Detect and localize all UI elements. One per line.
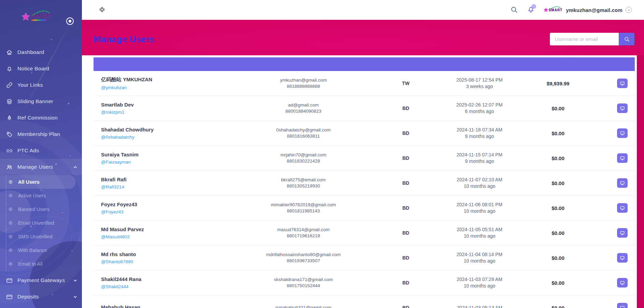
user-email: ymkuzhan@gmail.com bbox=[252, 77, 355, 83]
account-menu[interactable]: ymkuzhan@gmail.com bbox=[566, 7, 632, 13]
sidebar-item-active-users[interactable]: Active Users bbox=[0, 189, 82, 202]
sidebar-item-label: With Balance bbox=[18, 248, 47, 253]
joined-ago: 10 months ago bbox=[457, 283, 502, 289]
sidebar-item-with-balance[interactable]: With Balance bbox=[0, 243, 82, 257]
topbar-search-button[interactable] bbox=[510, 6, 518, 14]
sidebar-item-your-links[interactable]: Your Links bbox=[0, 77, 82, 93]
user-detail-button[interactable] bbox=[617, 278, 628, 288]
user-email: mrjahin70@gmail.com bbox=[252, 152, 355, 158]
sidebar-item-notice-board[interactable]: Notice Board bbox=[0, 60, 82, 77]
user-handle-link[interactable]: @Faizaayman bbox=[101, 159, 131, 165]
table-row: Shakil2444 Rana @Shakil2444 skshakilrana… bbox=[94, 270, 635, 295]
user-handle-link[interactable]: @Masud4602 bbox=[101, 234, 130, 239]
user-balance: $0.00 bbox=[502, 180, 614, 186]
user-name: Smartlab Dev bbox=[101, 102, 252, 108]
user-name: Md Masud Parvez bbox=[101, 226, 252, 232]
sidebar-item-membership-plan[interactable]: Membership Plan bbox=[0, 126, 82, 142]
user-search-button[interactable] bbox=[619, 33, 634, 45]
chevron-up-icon bbox=[73, 165, 77, 169]
user-name: 亿码酷站 YMKUHZAN bbox=[101, 76, 252, 83]
email-phone-cell: skshakilrana171@gmail.com 8801750152444 bbox=[252, 277, 355, 289]
user-balance: $0.00 bbox=[502, 106, 614, 111]
sidebar-item-deposits[interactable]: Deposits bbox=[0, 289, 82, 305]
user-handle-link[interactable]: @ymkuhzan bbox=[101, 85, 127, 90]
sidebar-item-ptc-ads[interactable]: PTC Ads bbox=[0, 142, 82, 159]
scrollbar-track[interactable] bbox=[637, 55, 644, 308]
brand-logo: ★ SMART bbox=[21, 12, 52, 22]
joined-ago: 10 months ago bbox=[457, 233, 502, 239]
swoosh-icon bbox=[32, 11, 51, 16]
email-phone-cell: mrjahin70@gmail.com 8801830221428 bbox=[252, 152, 355, 164]
sidebar-item-label: SMS Unverified bbox=[18, 234, 53, 239]
collapse-sidebar-button[interactable] bbox=[98, 5, 106, 14]
action-cell bbox=[614, 103, 635, 113]
user-detail-button[interactable] bbox=[617, 303, 628, 308]
email-phone-cell: ismahabub321@gamil.com bbox=[252, 305, 355, 308]
action-cell bbox=[614, 178, 635, 188]
sidebar-item-payment-gateways[interactable]: Payment Gateways bbox=[0, 272, 82, 289]
user-balance: $0.00 bbox=[502, 155, 614, 161]
joined-cell: 2024-11-07 02:10 AM 10 months ago bbox=[457, 177, 502, 190]
sidebar-item-label: Banned Users bbox=[18, 207, 49, 212]
sidebar-item-ref-commission[interactable]: Ref Commission bbox=[0, 110, 82, 126]
main-content: 亿码酷站 YMKUHZAN @ymkuhzan ymkuzhan@gmail.c… bbox=[82, 55, 644, 308]
user-detail-button[interactable] bbox=[617, 178, 628, 188]
user-handle-link[interactable]: @Shanto67890 bbox=[101, 259, 133, 264]
user-name: Bkrafi Rafi bbox=[101, 177, 252, 182]
monitor-icon bbox=[620, 81, 625, 86]
tag-icon bbox=[6, 131, 13, 138]
action-cell bbox=[614, 278, 635, 288]
radio-icon bbox=[8, 234, 13, 239]
sidebar-item-label: PTC Ads bbox=[17, 148, 39, 154]
user-name: Mahabub Hasan bbox=[101, 304, 252, 308]
sidebar-item-sliding-banner[interactable]: Sliding Banner bbox=[0, 93, 82, 110]
star-icon: ★ bbox=[543, 7, 549, 13]
table-row: Bkrafi Rafi @Rafi3214 bkrafi275@email.co… bbox=[94, 171, 635, 196]
user-detail-button[interactable] bbox=[617, 153, 628, 163]
sidebar-item-email-to-all[interactable]: Email to All bbox=[0, 257, 82, 271]
joined-ago: 3 weeks ago bbox=[456, 83, 502, 90]
link-icon bbox=[6, 82, 13, 88]
sidebar-item-dashboard[interactable]: Dashboard bbox=[0, 44, 82, 60]
sidebar-nav: Dashboard Notice Board Your Links Slidin… bbox=[0, 44, 82, 305]
sidebar-toggle-button[interactable] bbox=[66, 17, 74, 25]
user-detail-button[interactable] bbox=[617, 103, 628, 113]
user-search-input[interactable] bbox=[550, 33, 619, 45]
user-cell: Smartlab Dev @rokizpm1 bbox=[94, 102, 252, 115]
user-detail-button[interactable] bbox=[617, 79, 628, 88]
sidebar-item-manage-users[interactable]: Manage Users bbox=[0, 159, 82, 175]
search-icon bbox=[510, 6, 518, 13]
email-phone-cell: 0shahadatchy@gmail.com 8801616063811 bbox=[252, 127, 355, 139]
user-handle-link[interactable]: @Shakil2444 bbox=[101, 284, 129, 289]
sidebar-item-banned-users[interactable]: Banned Users bbox=[0, 202, 82, 216]
sidebar-item-sms-unverified[interactable]: SMS Unverified bbox=[0, 230, 82, 243]
sidebar-item-label: Email to All bbox=[18, 261, 43, 267]
chevron-down-icon bbox=[73, 278, 77, 283]
user-detail-button[interactable] bbox=[617, 128, 628, 138]
sidebar-item-all-users[interactable]: All Users bbox=[0, 175, 76, 189]
action-cell bbox=[614, 203, 635, 213]
notifications-button[interactable] bbox=[527, 5, 535, 14]
user-detail-button[interactable] bbox=[617, 203, 628, 213]
user-detail-button[interactable] bbox=[617, 228, 628, 238]
radio-icon bbox=[8, 262, 13, 266]
sidebar-item-email-unverified[interactable]: Email Unverified bbox=[0, 216, 82, 230]
user-country: BD bbox=[355, 106, 457, 111]
user-handle-link[interactable]: @rokizpm1 bbox=[101, 110, 124, 115]
user-cell: Suraiya Tasnim @Faizaayman bbox=[94, 152, 252, 165]
sidebar-item-label: Payment Gateways bbox=[17, 277, 65, 283]
user-handle-link[interactable]: @Rafi3214 bbox=[101, 184, 124, 190]
joined-ago: 9 months ago bbox=[457, 158, 502, 165]
user-phone: 8801305219930 bbox=[252, 183, 355, 189]
joined-date: 2024-11-03 05:13 AM bbox=[457, 305, 502, 308]
user-cell: 亿码酷站 YMKUHZAN @ymkuhzan bbox=[94, 76, 252, 90]
user-handle-link[interactable]: @0shahadatchy bbox=[101, 135, 134, 140]
admin-app: ★ SMART Dashboard Notice Board bbox=[0, 0, 644, 308]
monitor-icon bbox=[620, 230, 625, 236]
user-phone: 8801750152444 bbox=[252, 283, 355, 289]
user-handle-link[interactable]: @Foyez43 bbox=[101, 209, 123, 214]
user-country: BD bbox=[355, 205, 457, 211]
user-detail-button[interactable] bbox=[617, 253, 628, 263]
sidebar-item-label: Email Unverified bbox=[18, 220, 54, 226]
radio-icon bbox=[8, 248, 13, 253]
